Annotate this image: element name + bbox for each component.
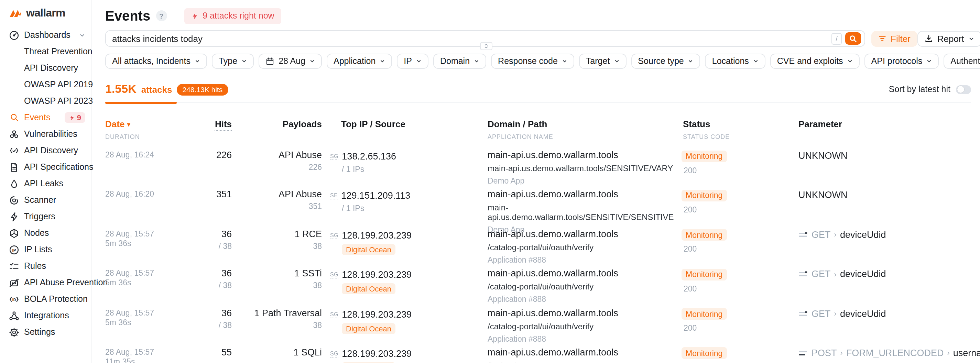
filter-chip-locations[interactable]: Locations	[705, 54, 765, 69]
filter-chip-ip[interactable]: IP	[397, 54, 428, 69]
cell-status: Monitoring 200	[681, 149, 799, 174]
svg-text:IP: IP	[13, 247, 16, 252]
chevron-down-icon	[614, 59, 619, 64]
search-input[interactable]	[112, 33, 832, 44]
filter-chip-label: All attacks, Incidents	[112, 56, 191, 66]
cell-date: 28 Aug, 15:57 5m 36s	[105, 267, 202, 287]
sidebar-item-dashboards[interactable]: Dashboards	[0, 27, 91, 43]
sidebar-item-ip-lists[interactable]: IP IP Lists	[0, 241, 91, 258]
filter-chip-type[interactable]: Type	[212, 54, 254, 69]
cell-status: Monitoring 200	[681, 189, 799, 214]
search-toolbar: /	[105, 30, 971, 47]
source-ip[interactable]: 128.199.203.239	[342, 230, 412, 240]
sidebar-item-label: Triggers	[24, 212, 56, 221]
event-domain[interactable]: main-api.us.demo.wallarm.tools	[488, 308, 681, 318]
event-domain[interactable]: main-api.us.demo.wallarm.tools	[488, 229, 681, 239]
sidebar-item-scanner[interactable]: Scanner	[0, 192, 91, 208]
source-provider-tag: Digital Ocean	[342, 283, 395, 294]
column-date[interactable]: Date ▾ DURATION	[105, 118, 202, 140]
attacks-right-now-badge[interactable]: 9 attacks right now	[184, 8, 281, 24]
filter-chip-domain[interactable]: Domain	[433, 54, 486, 69]
filter-chip-all-attacks-incidents[interactable]: All attacks, Incidents	[105, 54, 207, 69]
cell-hits: 36 / 38	[202, 228, 232, 250]
event-path: /catalog-portal/ui/oauth/verify	[488, 322, 681, 331]
country-flag: SG	[330, 311, 338, 318]
wallarm-logo[interactable]: wallarm	[0, 5, 91, 21]
active-tab-indicator	[105, 102, 177, 104]
sidebar-item-integrations[interactable]: Integrations	[0, 307, 91, 324]
source-ip[interactable]: 128.199.203.239	[342, 309, 412, 319]
event-domain[interactable]: main-api.us.demo.wallarm.tools	[488, 189, 681, 200]
cell-payloads: 1 Path Traversal 38	[232, 307, 322, 329]
sidebar-item-owasp-api-2019[interactable]: OWASP API 2019	[0, 76, 91, 93]
country-flag: SG	[330, 272, 338, 279]
event-duration: 5m 36s	[105, 279, 202, 287]
filter-chip-cve-and-exploits[interactable]: CVE and exploits	[770, 54, 860, 69]
event-domain[interactable]: main-api.us.demo.wallarm.tools	[488, 268, 681, 279]
bolt-icon	[191, 11, 199, 20]
event-row[interactable]: 28 Aug, 15:57 5m 36s 36 / 38 1 RCE 38 SG…	[105, 228, 971, 268]
cell-date: 28 Aug, 16:24	[105, 149, 202, 159]
filter-chip-label: IP	[404, 56, 412, 66]
gauge-icon	[9, 30, 19, 40]
sidebar-item-events[interactable]: Events 9	[0, 109, 91, 126]
sidebar-item-settings[interactable]: Settings	[0, 324, 91, 340]
sidebar-item-api-leaks[interactable]: API Leaks	[0, 175, 91, 192]
search-button[interactable]	[845, 32, 861, 45]
filter-chip-authentication[interactable]: Authentication	[943, 54, 980, 69]
tab-attacks[interactable]: 1.55K attacks 248.13K hits	[105, 83, 228, 96]
report-button[interactable]: Report	[917, 30, 980, 46]
sidebar-item-owasp-api-2023[interactable]: OWASP API 2023	[0, 93, 91, 109]
sidebar-item-vulnerabilities[interactable]: Vulnerabilities	[0, 126, 91, 142]
status-code: 200	[681, 324, 799, 332]
search-collapse-handle[interactable]	[480, 42, 492, 50]
cell-source: SG128.199.203.239 Digital Ocean	[322, 307, 488, 334]
country-flag: SG	[330, 232, 338, 239]
sidebar-item-label: Nodes	[24, 228, 49, 238]
source-provider-tag: Digital Ocean	[342, 323, 395, 334]
event-row[interactable]: 28 Aug, 16:24 226 API Abuse 226 SG138.2.…	[105, 149, 971, 189]
sidebar-item-nodes[interactable]: Nodes	[0, 225, 91, 241]
sidebar-item-api-abuse-prevention[interactable]: API Abuse Prevention	[0, 274, 91, 291]
filter-chip-response-code[interactable]: Response code	[491, 54, 574, 69]
payload-type: 1 SSTi	[232, 268, 322, 279]
sidebar-item-label: Settings	[24, 327, 55, 337]
event-row[interactable]: 28 Aug, 15:57 5m 36s 36 / 38 1 SSTi 38 S…	[105, 267, 971, 307]
filter-chip-source-type[interactable]: Source type	[631, 54, 700, 69]
help-icon[interactable]: ?	[156, 10, 167, 21]
status-badge: Monitoring	[681, 308, 727, 320]
source-ip[interactable]: 129.151.209.113	[342, 191, 410, 201]
filter-button[interactable]: Filter	[871, 30, 917, 46]
sidebar-item-label: BOLA Protection	[24, 294, 88, 304]
filter-chip-target[interactable]: Target	[579, 54, 627, 69]
search-icon	[9, 112, 19, 123]
event-row[interactable]: 28 Aug, 15:57 5m 36s 36 / 38 1 Path Trav…	[105, 307, 971, 347]
chevron-down-icon	[753, 59, 759, 64]
cell-date: 28 Aug, 16:20	[105, 189, 202, 199]
column-hits[interactable]: Hits	[202, 118, 232, 140]
sidebar-item-triggers[interactable]: Triggers	[0, 208, 91, 225]
sort-caret-icon: ▾	[127, 121, 130, 128]
gear-icon	[9, 327, 19, 337]
source-ip[interactable]: 128.199.203.239	[342, 349, 412, 359]
events-count-badge: 9	[65, 112, 85, 123]
filter-chip-label: Application	[334, 56, 375, 66]
filter-chip-api-protocols[interactable]: API protocols	[864, 54, 939, 69]
sidebar-item-rules[interactable]: Rules	[0, 258, 91, 274]
sidebar-item-api-discovery-dashboard[interactable]: API Discovery	[0, 60, 91, 76]
source-ip[interactable]: 128.199.203.239	[342, 269, 412, 280]
sort-label: Sort by latest hit	[889, 84, 950, 94]
filter-chip-application[interactable]: Application	[327, 54, 392, 69]
event-row[interactable]: 28 Aug, 16:20 351 API Abuse 351 SE129.15…	[105, 189, 971, 228]
event-domain[interactable]: main-api.us.demo.wallarm.tools	[488, 347, 681, 358]
event-domain[interactable]: main-api.us.demo.wallarm.tools	[488, 150, 681, 160]
sidebar-item-api-discovery[interactable]: API Discovery	[0, 142, 91, 159]
chevron-down-icon	[380, 59, 385, 64]
sidebar-item-bola-protection[interactable]: ID BOLA Protection	[0, 291, 91, 307]
sidebar-item-threat-prevention[interactable]: Threat Prevention	[0, 43, 91, 60]
source-ip[interactable]: 138.2.65.136	[342, 151, 396, 162]
sort-toggle[interactable]	[956, 85, 971, 94]
sidebar-item-api-specifications[interactable]: API Specifications	[0, 159, 91, 175]
filter-chip-28-aug[interactable]: 28 Aug	[259, 54, 322, 69]
event-row[interactable]: 28 Aug, 15:57 11m 35s 55 1 SQLi SG128.19…	[105, 347, 971, 363]
